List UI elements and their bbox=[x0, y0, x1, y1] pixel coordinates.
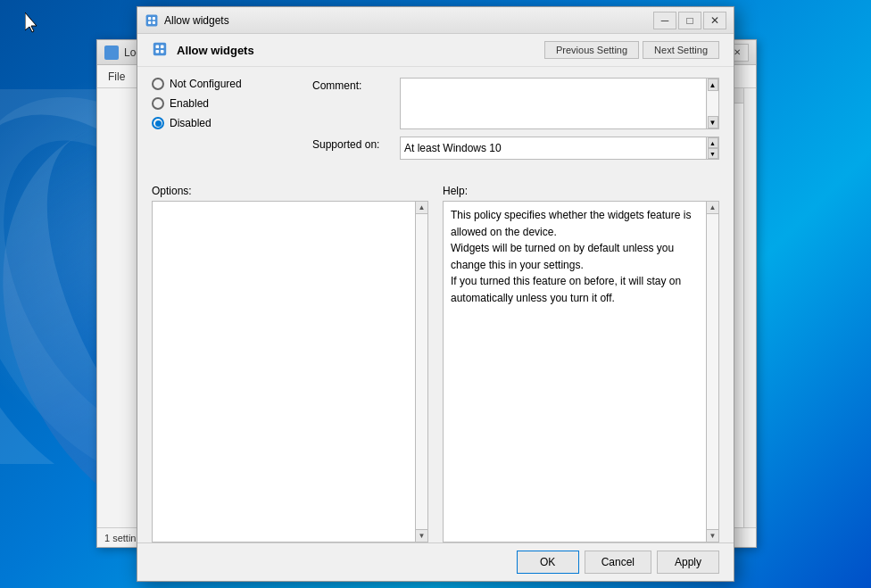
svg-rect-4 bbox=[148, 17, 151, 20]
radio-enabled-label: Enabled bbox=[170, 97, 209, 110]
help-panel-label: Help: bbox=[443, 185, 719, 197]
options-vertical-scrollbar: ▲ ▼ bbox=[416, 201, 428, 542]
apply-button[interactable]: Apply bbox=[657, 551, 719, 574]
svg-rect-8 bbox=[153, 43, 166, 55]
supported-on-label: Supported on: bbox=[312, 137, 393, 151]
dialog-footer: OK Cancel Apply bbox=[137, 542, 734, 581]
help-scroll-up-arrow[interactable]: ▲ bbox=[707, 202, 718, 214]
help-vertical-scrollbar: ▲ ▼ bbox=[707, 201, 719, 542]
dialog-maximize-button[interactable]: □ bbox=[678, 12, 701, 29]
help-scroll-track bbox=[707, 214, 718, 529]
comment-scroll-up[interactable]: ▲ bbox=[708, 79, 718, 91]
menu-file[interactable]: File bbox=[101, 69, 132, 85]
svg-rect-12 bbox=[161, 50, 164, 54]
radio-disabled[interactable]: Disabled bbox=[152, 117, 312, 129]
svg-rect-7 bbox=[153, 21, 155, 23]
dialog-body: Not Configured Enabled Disabled Comment: bbox=[137, 67, 734, 542]
allow-widgets-dialog: Allow widgets ─ □ ✕ Allow widgets Previo… bbox=[137, 6, 734, 582]
svg-rect-10 bbox=[161, 46, 164, 49]
dialog-close-button[interactable]: ✕ bbox=[703, 12, 726, 29]
comment-scrollbar: ▲ ▼ bbox=[707, 78, 719, 129]
next-setting-button[interactable]: Next Setting bbox=[643, 41, 719, 59]
dialog-window-controls: ─ □ ✕ bbox=[653, 12, 726, 29]
bg-scrollbar bbox=[743, 88, 756, 547]
help-text: This policy specifies whether the widget… bbox=[451, 209, 694, 304]
svg-rect-5 bbox=[153, 17, 155, 20]
supported-on-field-row: Supported on: At least Windows 10 ▲ ▼ bbox=[312, 137, 719, 160]
dialog-titlebar: Allow widgets ─ □ ✕ bbox=[137, 7, 734, 34]
dialog-icon bbox=[145, 13, 159, 28]
bg-window-icon bbox=[104, 46, 119, 60]
dialog-header-icon bbox=[152, 41, 170, 59]
svg-rect-6 bbox=[148, 21, 151, 23]
previous-setting-button[interactable]: Previous Setting bbox=[544, 41, 639, 59]
dialog-minimize-button[interactable]: ─ bbox=[653, 12, 676, 29]
options-scroll-area bbox=[152, 201, 416, 542]
supported-on-input-wrapper: At least Windows 10 ▲ ▼ bbox=[400, 137, 719, 160]
dialog-title: Allow widgets bbox=[164, 14, 648, 27]
dialog-header-title: Allow widgets bbox=[177, 44, 254, 57]
options-section: Not Configured Enabled Disabled Comment: bbox=[152, 78, 719, 167]
supported-on-scrollbar: ▲ ▼ bbox=[707, 137, 719, 160]
comment-textarea[interactable] bbox=[400, 78, 707, 129]
supported-scroll-down[interactable]: ▼ bbox=[708, 148, 718, 159]
supported-on-value: At least Windows 10 bbox=[400, 137, 707, 160]
comment-field-row: Comment: ▲ ▼ bbox=[312, 78, 719, 129]
svg-rect-11 bbox=[156, 50, 160, 54]
options-scroll-track bbox=[416, 214, 427, 529]
options-scroll-down-arrow[interactable]: ▼ bbox=[416, 529, 427, 542]
radio-enabled-circle bbox=[152, 97, 164, 110]
help-panel-with-scroll: This policy specifies whether the widget… bbox=[443, 201, 719, 542]
help-panel: Help: This policy specifies whether the … bbox=[443, 185, 719, 542]
help-scroll-down-arrow[interactable]: ▼ bbox=[707, 529, 718, 542]
radio-disabled-circle bbox=[152, 117, 164, 129]
comment-scroll-down[interactable]: ▼ bbox=[708, 116, 718, 128]
svg-rect-3 bbox=[146, 14, 158, 26]
radio-disabled-label: Disabled bbox=[170, 117, 212, 129]
comment-input-wrapper: ▲ ▼ bbox=[400, 78, 719, 129]
options-scroll-up-arrow[interactable]: ▲ bbox=[416, 202, 427, 214]
radio-not-configured-circle bbox=[152, 78, 164, 90]
supported-scroll-up[interactable]: ▲ bbox=[708, 137, 718, 148]
ok-button[interactable]: OK bbox=[517, 551, 579, 574]
options-panel-label: Options: bbox=[152, 185, 428, 197]
comment-label: Comment: bbox=[312, 78, 393, 92]
options-panel-with-scroll: ▲ ▼ bbox=[152, 201, 428, 542]
radio-not-configured[interactable]: Not Configured bbox=[152, 78, 312, 90]
nav-setting-buttons: Previous Setting Next Setting bbox=[544, 41, 719, 59]
help-scroll-area: This policy specifies whether the widget… bbox=[443, 201, 707, 542]
right-section: Comment: ▲ ▼ Support bbox=[312, 78, 719, 167]
dialog-header: Allow widgets Previous Setting Next Sett… bbox=[137, 34, 734, 67]
comment-scroll-track bbox=[708, 91, 718, 116]
radio-enabled[interactable]: Enabled bbox=[152, 97, 312, 110]
options-help-section: Options: ▲ ▼ Help: This policy specifies… bbox=[152, 185, 719, 542]
svg-rect-9 bbox=[156, 46, 160, 49]
options-panel: Options: ▲ ▼ bbox=[152, 185, 428, 542]
radio-not-configured-label: Not Configured bbox=[170, 78, 242, 90]
cancel-button[interactable]: Cancel bbox=[585, 551, 651, 574]
radio-options-group: Not Configured Enabled Disabled bbox=[152, 78, 312, 167]
